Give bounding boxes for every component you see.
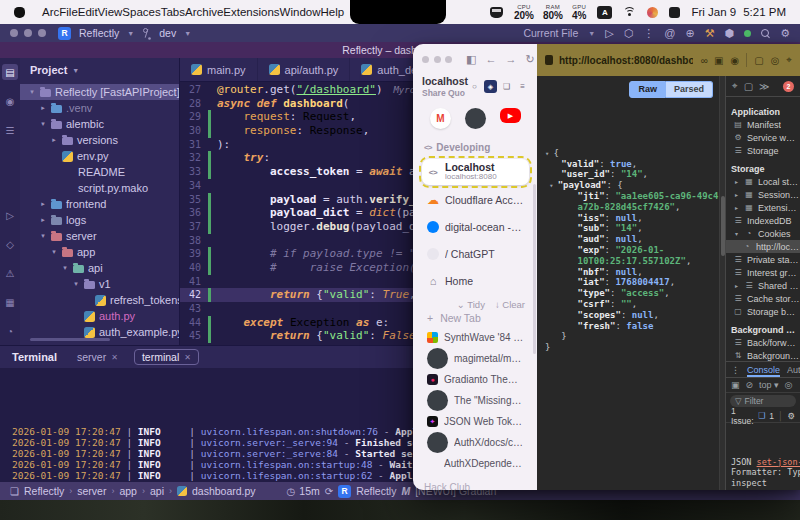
tree-arrow-icon[interactable]: ▸ xyxy=(50,136,58,144)
menu-item[interactable]: Help xyxy=(321,6,345,18)
tree-row[interactable]: README xyxy=(20,164,179,180)
devtools-tree-row[interactable]: ◔ http://loca… xyxy=(726,240,800,253)
more-actions-button[interactable]: ⋮ xyxy=(643,28,654,39)
sidebar-tab-item[interactable]: ☁ Cloudflare Account… xyxy=(422,186,529,213)
sidebar-tab-item[interactable]: digital-ocean - Digit… xyxy=(422,213,529,240)
close-icon[interactable]: ✕ xyxy=(111,353,118,362)
device-toolbar-icon[interactable]: ▢ xyxy=(744,81,753,92)
menu-item[interactable]: Edit xyxy=(78,6,98,18)
console-tab[interactable]: Console xyxy=(747,362,780,377)
boost-icon[interactable]: ◈ xyxy=(484,80,497,93)
terminal-tool-icon[interactable]: ▦ xyxy=(2,294,18,310)
devtools-tree-row[interactable]: ▸ ☰ Shared stor… xyxy=(726,279,800,292)
line-number[interactable]: 36 xyxy=(180,206,208,220)
line-number[interactable]: 43 xyxy=(180,302,208,316)
breadcrumb-item[interactable]: Reflectly xyxy=(24,485,64,497)
system-stat[interactable]: CPU20% xyxy=(514,4,534,21)
more-icon[interactable]: ⋮ xyxy=(731,365,740,375)
extensions-icon[interactable]: ◎ xyxy=(771,55,780,66)
menu-item[interactable]: Tabs xyxy=(161,6,185,18)
sync-status-icon[interactable]: ⟳ xyxy=(325,486,333,497)
close-icon[interactable]: ✕ xyxy=(184,353,191,362)
tools-icon[interactable]: ⚒ xyxy=(705,28,715,39)
chevron-down-icon[interactable]: ▼ xyxy=(72,67,79,74)
debug-button[interactable]: ⬡ xyxy=(624,28,634,39)
tree-arrow-icon[interactable]: ▾ xyxy=(50,248,58,256)
tree-row[interactable]: script.py.mako xyxy=(20,180,179,196)
autofill-tab[interactable]: Autofi xyxy=(787,362,800,377)
capture-icon[interactable]: ○ xyxy=(468,80,481,93)
breadcrumb-item[interactable]: api xyxy=(150,485,164,497)
tree-arrow-icon[interactable]: ▸ xyxy=(39,216,47,224)
tree-arrow-icon[interactable]: ▸ xyxy=(733,178,740,185)
address-bar[interactable]: http://localhost:8080/dashboard ∞ ▣ ◉ ▢ … xyxy=(537,44,800,76)
devtools-tree-row[interactable]: Application xyxy=(726,105,800,118)
more-panels-icon[interactable]: ≫ xyxy=(759,81,769,92)
json-page[interactable]: Raw Parsed ▾ { "valid": true, "user_id":… xyxy=(537,76,719,490)
sidebar-tab-item[interactable]: magimetal/magi-ul-s… xyxy=(422,348,529,369)
sidebar-scrollbar[interactable] xyxy=(533,184,536,354)
screenshot-icon[interactable]: ◉ xyxy=(730,55,739,66)
note-icon[interactable]: ≡ xyxy=(516,80,529,93)
tree-row[interactable]: ▾ v1 xyxy=(20,276,179,292)
line-number[interactable]: 32 xyxy=(180,151,208,165)
run-config-selector[interactable]: Current File xyxy=(523,27,578,39)
youtube-icon[interactable]: ▶ xyxy=(500,108,521,123)
run-tool-icon[interactable]: ▷ xyxy=(2,207,18,223)
sidebar-tab-item[interactable]: AuthXDependency -… xyxy=(422,453,529,474)
window-traffic-lights[interactable] xyxy=(422,56,452,63)
clear-console-icon[interactable]: ⊘ xyxy=(746,380,754,390)
branch-selector[interactable]: dev xyxy=(159,27,176,39)
space-label[interactable]: Hack Club xyxy=(424,482,527,490)
sidebar-url-block[interactable]: localhost Share Quo ○ ◈ ❏ ≡ xyxy=(422,75,529,98)
tree-arrow-icon[interactable]: ▸ xyxy=(733,282,740,289)
run-button[interactable]: ▷ xyxy=(605,28,613,39)
tree-row[interactable]: ▸ logs xyxy=(20,212,179,228)
system-stat[interactable]: GPU4% xyxy=(572,4,586,21)
tree-row[interactable]: ▸ .venv xyxy=(20,100,179,116)
line-number[interactable]: 33 xyxy=(180,165,208,179)
terminal-title[interactable]: Terminal xyxy=(12,351,57,363)
tree-arrow-icon[interactable]: ▸ xyxy=(39,200,47,208)
tree-row[interactable]: ▾ alembic xyxy=(20,116,179,132)
tree-arrow-icon[interactable]: ▸ xyxy=(733,204,740,211)
docker-icon[interactable] xyxy=(490,7,503,18)
line-number[interactable]: 44 xyxy=(180,316,208,330)
sidebar-tab-item[interactable]: / ChatGPT xyxy=(422,240,529,267)
devtools-tree-row[interactable]: ⇅ Background … xyxy=(726,349,800,361)
tree-row[interactable]: ▸ frontend xyxy=(20,196,179,212)
folder-section-label[interactable]: Developing xyxy=(436,142,490,153)
devtools-tree-row[interactable]: ▸ ▦ Extension st… xyxy=(726,201,800,214)
devtools-tree-row[interactable]: ▾ ◔ Cookies xyxy=(726,227,800,240)
tree-arrow-icon[interactable]: ▾ xyxy=(39,120,47,128)
line-number[interactable]: 28 xyxy=(180,97,208,111)
line-number[interactable]: 38 xyxy=(180,234,208,248)
devtools-tree-row[interactable]: ☰ Private state… xyxy=(726,253,800,266)
inspect-element-icon[interactable]: ⌖ xyxy=(732,80,738,92)
clear-button[interactable]: ↓ Clear xyxy=(495,299,525,310)
devtools-tree-row[interactable]: Storage xyxy=(726,162,800,175)
horizontal-scrollbar[interactable] xyxy=(30,338,110,341)
breadcrumb-file[interactable]: dashboard.py xyxy=(192,485,256,497)
terminal-tab[interactable]: terminal ✕ xyxy=(134,349,199,365)
line-number[interactable]: 40 xyxy=(180,261,208,275)
problems-tool-icon[interactable]: ⚠ xyxy=(2,265,18,281)
menu-item[interactable]: File xyxy=(59,6,78,18)
project-badge-widget[interactable]: R Reflectly xyxy=(338,485,396,498)
url-text[interactable]: http://localhost:8080/dashboard xyxy=(559,55,693,66)
menu-clock[interactable]: Fri Jan 95:21 PM xyxy=(691,6,786,18)
forward-icon[interactable]: → xyxy=(505,53,516,66)
code-with-me-icon[interactable]: ⊕ xyxy=(685,28,694,39)
line-number[interactable]: 27 xyxy=(180,83,208,97)
raw-button[interactable]: Raw xyxy=(629,81,666,98)
settings-gear-icon[interactable]: ⚙ xyxy=(780,28,790,39)
sidebar-toggle-icon[interactable]: ◧ xyxy=(466,53,476,66)
devtools-tree-row[interactable]: ☰ Storage xyxy=(726,144,800,157)
sidebar-tab-item[interactable]: SynthWave '84 - Vis… xyxy=(422,327,529,348)
window-icon[interactable]: ▢ xyxy=(754,55,763,66)
structure-tool-icon[interactable]: ☰ xyxy=(2,122,18,138)
menu-item[interactable]: Arc xyxy=(42,6,59,18)
parsed-button[interactable]: Parsed xyxy=(666,81,713,98)
new-tab-button[interactable]: + New Tab xyxy=(422,312,529,324)
sidebar-tab-item[interactable]: ● Gradianto Theme for… xyxy=(422,369,529,390)
